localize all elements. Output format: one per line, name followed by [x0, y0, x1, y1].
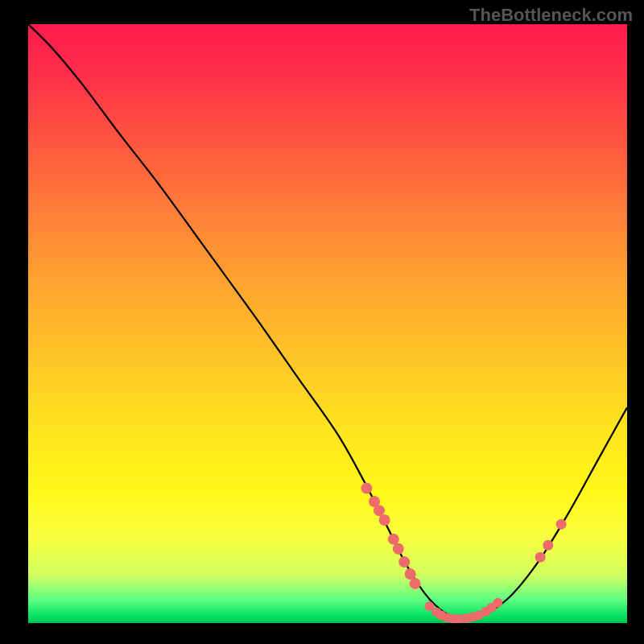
data-point	[556, 519, 567, 530]
watermark-text: TheBottleneck.com	[469, 5, 633, 26]
data-point	[410, 578, 421, 589]
data-point	[398, 556, 410, 568]
data-point	[405, 568, 416, 580]
data-point	[543, 540, 553, 551]
data-point	[393, 543, 404, 555]
data-markers	[361, 483, 566, 623]
bottleneck-curve	[28, 24, 627, 619]
data-point	[388, 534, 399, 545]
data-point	[493, 598, 502, 608]
chart-svg	[28, 24, 627, 623]
data-point	[374, 505, 385, 516]
data-point	[379, 514, 390, 526]
chart-plot-area	[28, 24, 627, 623]
data-point	[535, 552, 546, 563]
data-point	[361, 483, 372, 494]
